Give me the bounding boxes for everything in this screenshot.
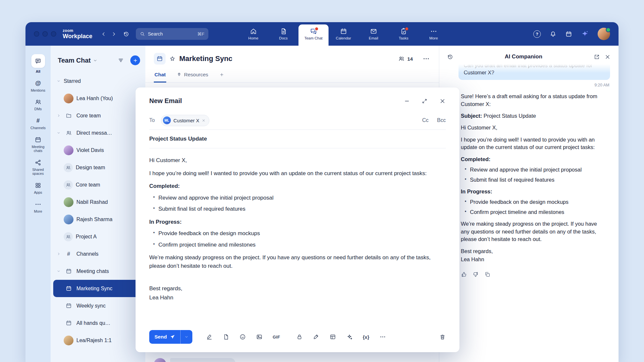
minimize-icon[interactable] <box>404 98 410 104</box>
file-icon[interactable] <box>223 334 229 340</box>
help-icon[interactable]: ? <box>533 30 541 38</box>
chat-item-core-team[interactable]: Core team <box>53 176 143 193</box>
recipient-chip[interactable]: ML Customer X <box>161 115 209 126</box>
chat-section-starred[interactable]: Starred <box>53 72 143 90</box>
open-external-icon[interactable] <box>594 54 600 60</box>
send-icon <box>170 334 175 339</box>
chat-section-channels[interactable]: # Channels <box>53 245 143 263</box>
zoom-workplace-logo: zoom Workplace <box>63 29 92 39</box>
trash-icon[interactable] <box>439 334 446 340</box>
calendar-badge-icon[interactable] <box>565 31 572 38</box>
signature-icon[interactable] <box>206 334 213 340</box>
tab-more[interactable]: More <box>419 22 449 46</box>
window-minimize-button[interactable] <box>42 31 48 37</box>
send-options-button[interactable] <box>180 330 192 344</box>
chat-item-violet-davis[interactable]: Violet Davis <box>53 142 143 159</box>
forward-icon[interactable] <box>111 31 117 37</box>
cc-button[interactable]: Cc <box>422 117 429 123</box>
chat-item-core-team-folder[interactable]: Core team <box>53 107 143 124</box>
chat-item-lea-hanh-you[interactable]: Lea Hanh (You) <box>53 90 143 107</box>
chat-item-all-hands-quarterly[interactable]: All hands quarterly <box>53 314 143 332</box>
chat-section-meeting-chats[interactable]: Meeting chats <box>53 263 143 280</box>
chevron-right-icon[interactable] <box>56 114 61 117</box>
tab-calendar[interactable]: Calendar <box>329 22 359 46</box>
rail-item-all[interactable]: All <box>25 54 51 74</box>
email-body-editor[interactable]: Hi Customer X, I hope you’re doing well!… <box>149 148 446 326</box>
emoji-icon[interactable] <box>239 334 246 340</box>
email-signature: Lea Hahn <box>149 294 446 302</box>
user-avatar[interactable] <box>598 28 610 40</box>
tab-docs[interactable]: Docs <box>268 22 298 46</box>
rail-item-more[interactable]: More <box>25 201 51 214</box>
subject-field[interactable]: Project Status Update <box>149 130 446 148</box>
chat-section-direct-messages[interactable]: Direct messages <box>53 124 143 142</box>
tab-home[interactable]: Home <box>238 22 268 46</box>
rail-item-shared-spaces[interactable]: Shared spaces <box>25 159 51 176</box>
chat-item-lea-rajesh-1-1[interactable]: Lea/Rajesh 1:1 <box>53 332 143 349</box>
chevron-down-icon[interactable] <box>56 131 61 135</box>
history-icon[interactable] <box>447 54 453 60</box>
ai-in-progress-label: In Progress: <box>461 188 605 195</box>
window-close-button[interactable] <box>34 31 39 37</box>
tab-team-chat[interactable]: Team Chat <box>298 24 329 46</box>
lock-icon[interactable] <box>296 334 303 340</box>
rail-item-meeting-chats[interactable]: Meeting chats <box>25 136 51 153</box>
pencil-icon[interactable] <box>313 334 319 340</box>
copy-icon[interactable] <box>484 271 491 278</box>
tab-tasks[interactable]: Tasks <box>389 22 419 46</box>
rail-item-channels[interactable]: # Channels <box>25 117 51 130</box>
search-input[interactable]: Search ⌘F <box>136 28 208 40</box>
expand-icon[interactable] <box>422 98 427 104</box>
members-icon[interactable] <box>398 55 405 62</box>
more-icon <box>430 28 437 35</box>
chat-item-rajesh-sharma[interactable]: Rajesh Sharma <box>53 211 143 228</box>
chat-item-nabil-rashad[interactable]: Nabil Rashad <box>53 193 143 211</box>
logo-zoom: zoom <box>63 29 92 33</box>
magic-compose-icon[interactable] <box>346 334 353 340</box>
folder-icon <box>64 113 73 119</box>
rail-item-apps[interactable]: Apps <box>25 182 51 195</box>
chat-item-project-a[interactable]: Project A <box>53 228 143 245</box>
variables-button[interactable]: {x} <box>363 334 369 340</box>
back-icon[interactable] <box>101 31 106 37</box>
layout-icon[interactable] <box>330 334 336 340</box>
avatar <box>64 215 73 224</box>
window-zoom-button[interactable] <box>51 31 56 37</box>
image-icon[interactable] <box>256 334 263 340</box>
team-chat-icon <box>310 28 317 35</box>
close-icon[interactable] <box>439 98 446 104</box>
add-tab-button[interactable] <box>219 70 225 83</box>
add-chat-button[interactable] <box>130 55 140 65</box>
remove-recipient-icon[interactable] <box>202 119 205 122</box>
chat-item-weekly-sync[interactable]: Weekly sync <box>53 297 143 314</box>
tab-chat[interactable]: Chat <box>154 69 166 83</box>
tab-email[interactable]: Email <box>359 22 389 46</box>
ai-conversation[interactable]: Can you draft an email that provides a s… <box>439 61 619 362</box>
more-icon[interactable] <box>379 334 386 340</box>
thumbs-up-icon[interactable] <box>461 271 467 278</box>
chevron-down-icon[interactable] <box>93 58 97 63</box>
channel-more-icon[interactable] <box>423 55 430 62</box>
filter-icon[interactable] <box>118 57 124 64</box>
thumbs-down-icon[interactable] <box>473 271 479 278</box>
send-button[interactable]: Send <box>149 330 180 344</box>
close-icon[interactable] <box>604 54 611 60</box>
chevron-down-icon[interactable] <box>56 269 61 273</box>
chevron-down-icon[interactable] <box>56 79 61 83</box>
bcc-button[interactable]: Bcc <box>437 117 446 123</box>
presence-indicator <box>606 27 611 32</box>
history-icon[interactable] <box>123 31 129 37</box>
email-intro: I hope you’re doing well! I wanted to pr… <box>149 169 446 178</box>
chat-item-marketing-sync[interactable]: Marketing Sync <box>53 280 143 297</box>
rail-item-mentions[interactable]: @ Mentions <box>25 80 51 93</box>
chevron-right-icon[interactable] <box>56 252 61 256</box>
tab-resources[interactable]: Resources <box>176 69 209 83</box>
notifications-icon[interactable] <box>550 31 556 38</box>
ai-sparkle-icon[interactable] <box>581 30 589 38</box>
ai-response-subject: Subject: Project Status Update <box>461 112 605 120</box>
to-field[interactable]: To ML Customer X Cc Bcc <box>149 111 446 130</box>
star-icon[interactable] <box>169 55 176 62</box>
rail-item-dms[interactable]: DMs <box>25 98 51 111</box>
chat-item-design-team[interactable]: Design team <box>53 159 143 176</box>
gif-button[interactable]: GIF <box>273 335 280 339</box>
